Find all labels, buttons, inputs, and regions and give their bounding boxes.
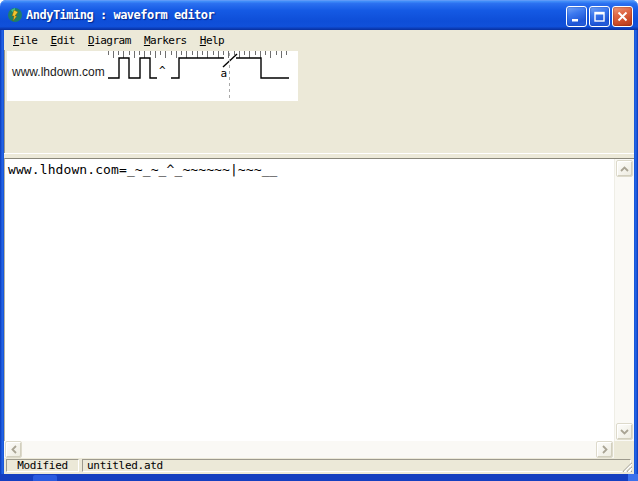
minimize-button[interactable] xyxy=(566,6,587,27)
taskbar-strip xyxy=(0,474,638,481)
resize-grip-icon[interactable] xyxy=(620,460,632,472)
chevron-left-icon xyxy=(11,445,17,454)
marker-label: a xyxy=(220,67,227,80)
menu-item-file[interactable]: File xyxy=(8,32,43,49)
status-filename-panel: untitled.atd xyxy=(82,459,631,472)
taskbar-button[interactable] xyxy=(33,475,57,481)
editor-content[interactable]: www.lhdown.com=_~_~_^_~~~~~~|~~~__ xyxy=(8,162,278,177)
filename-label: untitled.atd xyxy=(87,459,163,472)
scroll-left-button[interactable] xyxy=(5,441,22,458)
vertical-scrollbar[interactable] xyxy=(614,159,634,441)
signal-name-label: www.lhdown.com xyxy=(12,65,105,79)
maximize-icon xyxy=(594,11,605,22)
status-bar: Modified untitled.atd xyxy=(4,458,634,474)
scroll-right-button[interactable] xyxy=(596,441,613,458)
rising-edge-slash xyxy=(223,54,237,67)
horizontal-scrollbar[interactable] xyxy=(4,441,614,458)
scroll-up-button[interactable] xyxy=(616,160,633,177)
application-window: AndyTiming : waveform editor xyxy=(0,0,638,481)
waveform-segment-left xyxy=(108,58,157,78)
app-icon xyxy=(7,7,23,23)
chevron-down-icon xyxy=(620,429,629,435)
gap-symbol: ^ xyxy=(159,64,166,77)
taskbar-corner xyxy=(628,474,638,481)
scroll-down-button[interactable] xyxy=(616,423,633,440)
modified-status: Modified xyxy=(17,459,68,472)
chevron-right-icon xyxy=(602,445,608,454)
window-title: AndyTiming : waveform editor xyxy=(26,8,214,22)
scrollbar-corner xyxy=(614,441,634,458)
close-button[interactable] xyxy=(612,6,633,27)
ruler-ticks xyxy=(108,51,287,58)
text-editor[interactable]: www.lhdown.com=_~_~_^_~~~~~~|~~~__ xyxy=(4,158,634,441)
menu-item-edit[interactable]: Edit xyxy=(46,32,81,49)
diagram-pane: www.lhdown.com ^ a xyxy=(4,50,634,153)
menu-item-help[interactable]: Help xyxy=(195,32,230,49)
menu-item-markers[interactable]: Markers xyxy=(139,32,192,49)
waveform-segment-right xyxy=(236,58,289,78)
waveform-segment-mid xyxy=(171,58,224,78)
window-border-right xyxy=(634,30,638,474)
close-icon xyxy=(617,11,628,22)
menu-item-diagram[interactable]: Diagram xyxy=(83,32,136,49)
minimize-icon xyxy=(571,11,582,22)
status-modified-panel: Modified xyxy=(6,459,79,472)
maximize-button[interactable] xyxy=(589,6,610,27)
menu-bar: FileEditDiagramMarkersHelp xyxy=(4,30,634,50)
chevron-up-icon xyxy=(620,166,629,172)
waveform-preview-panel[interactable]: www.lhdown.com ^ a xyxy=(7,51,298,101)
title-bar[interactable]: AndyTiming : waveform editor xyxy=(0,0,638,30)
